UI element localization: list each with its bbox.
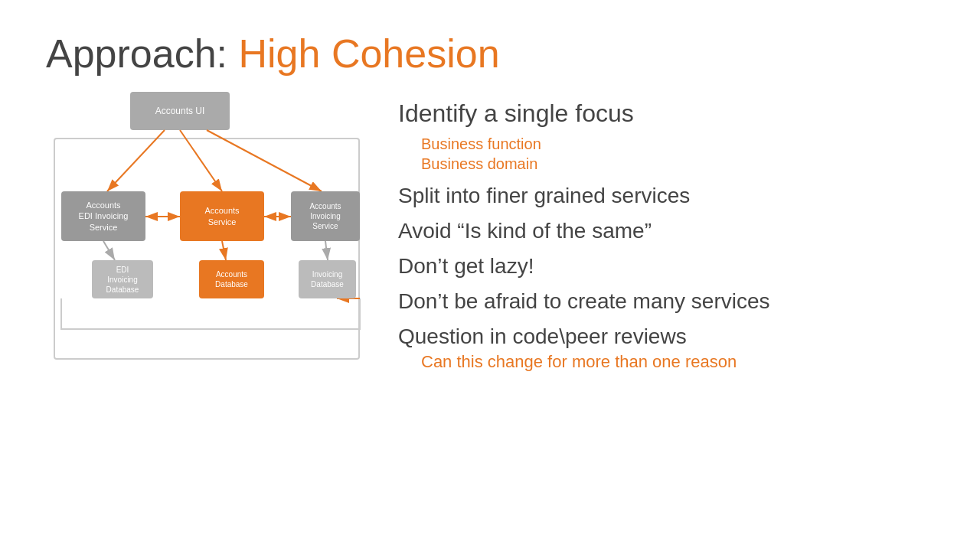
- point-split: Split into finer grained services: [398, 184, 934, 208]
- accounts-db-box: AccountsDatabase: [199, 260, 264, 298]
- accounts-edi-box: AccountsEDI InvoicingService: [61, 191, 145, 241]
- edi-db-box: EDIInvoicingDatabase: [92, 260, 153, 298]
- point-lazy: Don’t get lazy!: [398, 254, 934, 279]
- outer-box: [54, 138, 360, 360]
- point-question: Question in code\peer reviews: [398, 324, 934, 349]
- title-highlight: High Cohesion: [239, 31, 500, 76]
- invoicing-db-box: InvoicingDatabase: [299, 260, 356, 298]
- accounts-invoicing-service-box: AccountsInvoicingService: [291, 191, 360, 241]
- identify-heading: Identify a single focus: [398, 99, 934, 128]
- point-avoid: Avoid “Is kind of the same”: [398, 219, 934, 243]
- accounts-service-box: AccountsService: [180, 191, 264, 241]
- point-afraid: Don’t be afraid to create many services: [398, 289, 934, 314]
- slide-title: Approach: High Cohesion: [46, 31, 934, 77]
- diagram-area: Accounts UI: [46, 92, 368, 413]
- title-prefix: Approach:: [46, 31, 239, 76]
- bullet-business-function: Business function: [421, 135, 934, 153]
- slide: Approach: High Cohesion Accounts UI: [0, 0, 980, 551]
- bullet-business-domain: Business domain: [421, 155, 934, 173]
- point-question-sub: Can this change for more than one reason: [421, 352, 934, 372]
- accounts-ui-box: Accounts UI: [130, 92, 230, 130]
- content-area: Accounts UI: [46, 92, 934, 413]
- text-content: Identify a single focus Business functio…: [398, 92, 934, 372]
